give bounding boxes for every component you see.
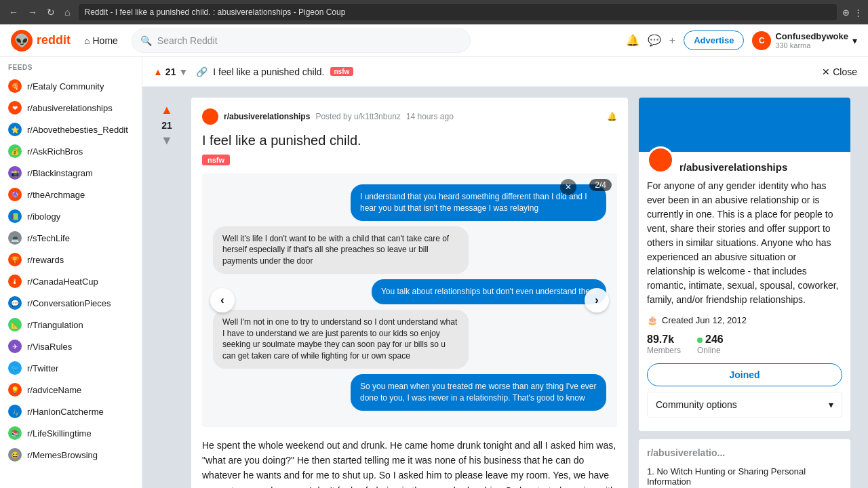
notification-bell-icon[interactable]: 🔔	[607, 112, 617, 121]
post-body: He spent the whole weekend out and drunk…	[202, 438, 617, 488]
online-label: Online	[697, 346, 724, 355]
community-name[interactable]: r/abusiverelationships	[679, 161, 787, 173]
sidebar-item-techlife[interactable]: 💻 r/sTechLife	[0, 227, 142, 249]
sidebar-icon-archmage: 🔮	[8, 188, 22, 201]
close-label: Close	[833, 66, 857, 77]
sidebar-icon-visa: ✈	[8, 340, 22, 353]
downvote-button[interactable]: ▼	[178, 66, 188, 77]
sidebar-item-visa[interactable]: ✈ r/VisaRules	[0, 336, 142, 357]
community-avatar	[647, 146, 674, 174]
add-icon[interactable]: +	[669, 35, 675, 47]
reddit-logo-icon: 👽	[11, 30, 33, 52]
forward-button[interactable]: →	[24, 5, 41, 19]
post-meta: r/abusiverelationships Posted by u/k1tt3…	[202, 108, 617, 125]
notification-icon[interactable]: 🔔	[626, 34, 639, 47]
sidebar-item-ibology[interactable]: 📗 r/ibology	[0, 205, 142, 227]
sidebar-label-above: r/Abovethebesties_Reddit	[27, 125, 128, 135]
carousel-close-button[interactable]: ✕	[560, 179, 576, 195]
sidebar-item-abusive[interactable]: ❤ r/abusiverelationships	[0, 97, 142, 119]
sidebar-item-lifeskill[interactable]: 📚 r/LifeSkillingtime	[0, 422, 142, 444]
close-x-icon: ✕	[822, 66, 830, 77]
post-content-layout: ▲ 21 ▼ r/abusiverelationships Posted by …	[142, 87, 861, 488]
sidebar-label-memes: r/MemesBrowsing	[27, 450, 98, 460]
subreddit-name[interactable]: r/abusiverelationships	[224, 112, 310, 121]
search-bar[interactable]: 🔍 Search Reddit	[132, 28, 471, 53]
karma-count: 330 karma	[775, 41, 848, 49]
sidebar-item-canada[interactable]: 🌡 r/CanadaHeatCup	[0, 270, 142, 292]
sidebar-icon-twitter: 🐦	[8, 361, 22, 375]
home-button[interactable]: ⌂	[61, 5, 73, 19]
sidebar-icon-memes: 😂	[8, 448, 22, 462]
sidebar-label-twitter: r/Twitter	[27, 363, 58, 373]
created-row: 🎂 Created Jun 12, 2012	[647, 315, 842, 325]
post-upvote-button[interactable]: ▲	[161, 103, 173, 117]
joined-button[interactable]: Joined	[647, 363, 842, 386]
sidebar-label-triangulation: r/Triangulation	[27, 320, 83, 330]
sidebar-label-askrich: r/AskRichBros	[27, 146, 83, 157]
header-title-text: I feel like a punished child.	[213, 66, 324, 77]
community-description: For anyone of any gender identity who ha…	[647, 179, 842, 307]
sidebar-label-advice: r/adviceName	[27, 385, 81, 395]
nav-right: 🔔 💬 + Advertise C Confusedbywoke 330 kar…	[626, 30, 857, 50]
left-sidebar: FEEDS 🍕 r/Eataly Community ❤ r/abusivere…	[0, 57, 142, 488]
sidebar-item-archmage[interactable]: 🔮 r/theArchmage	[0, 184, 142, 205]
post-time: 14 hours ago	[406, 112, 454, 121]
online-count: 246	[697, 333, 724, 346]
browser-ext-icon[interactable]: ⊕	[842, 7, 850, 18]
browser-menu-icon[interactable]: ⋮	[854, 7, 863, 18]
sidebar-item-eataly[interactable]: 🍕 r/Eataly Community	[0, 75, 142, 97]
sidebar-icon-blackinsta: 📸	[8, 166, 22, 180]
carousel-next-button[interactable]: ›	[585, 288, 609, 312]
sidebar-icon-triangulation: 📐	[8, 318, 22, 331]
carousel-prev-button[interactable]: ‹	[210, 288, 235, 312]
community-card: r/abusiverelationships For anyone of any…	[639, 98, 850, 431]
post-main: r/abusiverelationships Posted by u/k1tt3…	[191, 98, 628, 488]
upvote-button[interactable]: ▲	[153, 66, 163, 77]
online-indicator	[697, 338, 703, 343]
sidebar-item-rewards[interactable]: 🏆 r/rewards	[0, 249, 142, 270]
advertise-button[interactable]: Advertise	[684, 30, 744, 50]
sidebar-label-abusive: r/abusiverelationships	[27, 103, 113, 113]
sidebar-label-archmage: r/theArchmage	[27, 190, 85, 200]
chat-bubble-4: Well I'm not in one to try to understand…	[213, 310, 469, 369]
right-sidebar: r/abusiverelationships For anyone of any…	[639, 98, 850, 488]
back-button[interactable]: ←	[5, 5, 22, 19]
post-flair: nsfw	[202, 155, 230, 165]
user-chevron-icon: ▾	[852, 35, 857, 46]
sidebar-item-triangulation[interactable]: 📐 r/Triangulation	[0, 314, 142, 336]
main-layout: FEEDS 🍕 r/Eataly Community ❤ r/abusivere…	[0, 57, 868, 488]
sidebar-label-techlife: r/sTechLife	[27, 233, 70, 243]
sidebar-feeds-title: FEEDS	[0, 57, 142, 75]
sidebar-icon-canada: 🌡	[8, 274, 22, 288]
sidebar-icon-rewards: 🏆	[8, 253, 22, 266]
online-stat: 246 Online	[697, 333, 724, 355]
browser-bar: ← → ↻ ⌂ Reddit - I feel like a punished …	[0, 0, 868, 24]
sidebar-item-hanlon[interactable]: 🎣 r/HanlonCatcherme	[0, 401, 142, 422]
sidebar-item-above[interactable]: ⭐ r/Abovethebesties_Reddit	[0, 119, 142, 140]
sidebar-label-blackinsta: r/Blackinstagram	[27, 168, 93, 178]
community-name-row: r/abusiverelationships	[647, 160, 842, 174]
reddit-logo[interactable]: 👽 reddit	[11, 30, 71, 52]
sidebar-item-twitter[interactable]: 🐦 r/Twitter	[0, 357, 142, 379]
close-button[interactable]: ✕ Close	[822, 66, 857, 77]
chat-bubble-2: Well it's life I don't want to be with a…	[213, 226, 469, 274]
refresh-button[interactable]: ↻	[43, 5, 58, 19]
sidebar-item-blackinsta[interactable]: 📸 r/Blackinstagram	[0, 162, 142, 184]
sidebar-icon-techlife: 💻	[8, 231, 22, 245]
content-area: ▲ 21 ▼ 🔗 I feel like a punished child. n…	[142, 57, 868, 488]
url-bar[interactable]: Reddit - I feel like a punished child. :…	[79, 4, 837, 20]
post-downvote-button[interactable]: ▼	[161, 134, 173, 148]
chat-bubble-5: So you mean when you treated me worse th…	[351, 374, 606, 411]
chat-icon[interactable]: 💬	[648, 34, 661, 47]
sidebar-label-hanlon: r/HanlonCatcherme	[27, 407, 104, 417]
sidebar-item-askrich[interactable]: 💰 r/AskRichBros	[0, 140, 142, 162]
sidebar-item-convo[interactable]: 💬 r/ConversationPieces	[0, 292, 142, 314]
sidebar-item-memes[interactable]: 😂 r/MemesBrowsing	[0, 444, 142, 466]
user-profile[interactable]: C Confusedbywoke 330 karma ▾	[752, 31, 857, 50]
sidebar-label-canada: r/CanadaHeatCup	[27, 277, 98, 287]
chat-bubble-3: You talk about relationships but don't e…	[372, 279, 606, 304]
nav-home[interactable]: ⌂ Home	[79, 33, 123, 49]
community-options-button[interactable]: Community options ▾	[647, 392, 842, 418]
sidebar-item-advice[interactable]: 💡 r/adviceName	[0, 379, 142, 401]
sidebar-icon-lifeskill: 📚	[8, 426, 22, 440]
